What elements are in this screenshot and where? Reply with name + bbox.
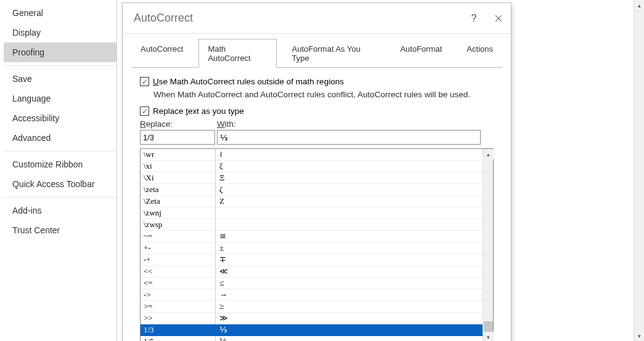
list-row[interactable]: \zwnj: [141, 207, 483, 219]
checkbox-icon: ✓: [140, 77, 149, 86]
list-row[interactable]: >=≥: [141, 301, 483, 313]
list-row[interactable]: \zwsp: [141, 219, 483, 231]
replace-cell: 1/5: [141, 336, 216, 341]
replace-cell: \zeta: [141, 184, 216, 196]
replace-cell: <<: [141, 266, 216, 278]
scroll-up-icon[interactable]: ▴: [483, 149, 494, 159]
replace-cell: -+: [141, 254, 216, 266]
list-row[interactable]: >>≫: [141, 313, 483, 324]
list-row[interactable]: +-±: [141, 243, 483, 254]
with-cell: ∓: [216, 254, 483, 266]
with-cell: [216, 207, 483, 219]
replace-cell: >=: [141, 301, 216, 313]
sidebar-item-proofing[interactable]: Proofing: [4, 42, 116, 62]
check-label: Replace text as you type: [153, 106, 244, 116]
replace-cell: \zwnj: [141, 207, 216, 219]
with-cell: Ζ: [216, 196, 483, 207]
tab-math-autocorrect[interactable]: Math AutoCorrect: [198, 39, 276, 68]
scroll-down-icon[interactable]: ▾: [634, 331, 644, 341]
replace-cell: \Zeta: [141, 196, 216, 207]
list-row[interactable]: \xiξ: [141, 161, 483, 172]
replace-cell: +-: [141, 243, 216, 254]
dialog-title: AutoCorrect: [123, 12, 462, 25]
column-headers: Replace: With:: [140, 119, 494, 129]
inputs-row: [140, 130, 494, 145]
autocorrect-dialog: AutoCorrect ? AutoCorrectMath AutoCorrec…: [122, 2, 512, 341]
replace-header: Replace:: [140, 119, 217, 129]
replace-cell: \Xi: [141, 172, 216, 184]
with-cell: ±: [216, 243, 483, 254]
replace-cell: 1/3: [141, 324, 216, 336]
sidebar-item-general[interactable]: General: [4, 3, 116, 23]
sidebar-item-language[interactable]: Language: [4, 89, 116, 108]
replace-cell: \xi: [141, 161, 216, 172]
sidebar-item-customize-ribbon[interactable]: Customize Ribbon: [4, 154, 116, 174]
scroll-down-icon[interactable]: ▾: [483, 332, 494, 341]
tab-actions[interactable]: Actions: [457, 39, 502, 68]
replace-cell: ~=: [141, 231, 216, 243]
with-cell: ≤: [216, 278, 483, 289]
close-icon: [495, 15, 502, 22]
check-label: Use Math AutoCorrect rules outside of ma…: [153, 77, 344, 86]
close-button[interactable]: [486, 4, 511, 33]
tab-separator: [131, 67, 502, 68]
replace-input[interactable]: [140, 130, 215, 145]
conflict-note: When Math AutoCorrect and AutoCorrect ru…: [153, 90, 494, 99]
with-cell: ≫: [216, 313, 483, 324]
list-row[interactable]: 1/5⅕: [141, 336, 483, 341]
list-row[interactable]: \ZetaΖ: [141, 196, 483, 207]
autocorrect-list: \wr≀\xiξ\XiΞ\zetaζ\ZetaΖ\zwnj\zwsp~=≅+-±…: [140, 148, 494, 341]
with-header: With:: [217, 119, 494, 129]
dialog-content: ✓ Use Math AutoCorrect rules outside of …: [123, 68, 511, 341]
help-button[interactable]: ?: [462, 4, 486, 33]
with-cell: ≪: [216, 266, 483, 278]
with-cell: ≥: [216, 301, 483, 313]
list-row[interactable]: \zetaζ: [141, 184, 483, 196]
tab-autoformat[interactable]: AutoFormat: [391, 39, 451, 68]
sidebar-item-add-ins[interactable]: Add-ins: [4, 201, 116, 220]
list-row[interactable]: \XiΞ: [141, 172, 483, 184]
tab-autoformat-as-you-type[interactable]: AutoFormat As You Type: [283, 39, 385, 68]
sidebar-item-advanced[interactable]: Advanced: [4, 128, 116, 148]
check-replace-as-type[interactable]: ✓ Replace text as you type: [140, 106, 494, 116]
replace-cell: \wr: [141, 149, 216, 161]
list-row[interactable]: \wr≀: [141, 149, 483, 161]
replace-cell: >>: [141, 313, 216, 324]
with-input[interactable]: [217, 130, 481, 145]
with-cell: ≀: [216, 149, 483, 161]
with-cell: ⅕: [216, 336, 483, 341]
with-cell: →: [216, 289, 483, 301]
checkbox-icon: ✓: [140, 106, 149, 116]
sidebar: GeneralDisplayProofingSaveLanguageAccess…: [4, 0, 117, 341]
list-row[interactable]: 1/3⅓: [141, 324, 483, 336]
tab-autocorrect[interactable]: AutoCorrect: [131, 39, 192, 68]
list-scrollbar[interactable]: ▴ ▾: [483, 149, 493, 341]
list-row[interactable]: ->→: [141, 289, 483, 301]
sidebar-item-save[interactable]: Save: [4, 69, 116, 89]
sidebar-item-accessibility[interactable]: Accessibility: [4, 108, 116, 128]
with-cell: ≅: [216, 231, 483, 243]
dialog-titlebar: AutoCorrect ?: [123, 3, 511, 34]
replace-cell: \zwsp: [141, 219, 216, 231]
scroll-up-icon[interactable]: ▴: [634, 0, 644, 10]
sidebar-item-quick-access-toolbar[interactable]: Quick Access Toolbar: [4, 174, 116, 194]
replace-cell: ->: [141, 289, 216, 301]
list-row[interactable]: -+∓: [141, 254, 483, 266]
with-cell: [216, 219, 483, 231]
check-use-outside[interactable]: ✓ Use Math AutoCorrect rules outside of …: [140, 77, 494, 86]
page-scrollbar[interactable]: ▴ ▾: [634, 0, 644, 341]
with-cell: ξ: [216, 161, 483, 172]
with-cell: ⅓: [216, 324, 483, 336]
list-row[interactable]: <<≪: [141, 266, 483, 278]
with-cell: Ξ: [216, 172, 483, 184]
list-row[interactable]: ~=≅: [141, 231, 483, 243]
list-row[interactable]: <=≤: [141, 278, 483, 289]
with-cell: ζ: [216, 184, 483, 196]
replace-cell: <=: [141, 278, 216, 289]
tabstrip: AutoCorrectMath AutoCorrectAutoFormat As…: [123, 34, 511, 68]
sidebar-item-display[interactable]: Display: [4, 23, 116, 42]
sidebar-item-trust-center[interactable]: Trust Center: [4, 220, 116, 240]
list-body[interactable]: \wr≀\xiξ\XiΞ\zetaζ\ZetaΖ\zwnj\zwsp~=≅+-±…: [141, 149, 483, 341]
